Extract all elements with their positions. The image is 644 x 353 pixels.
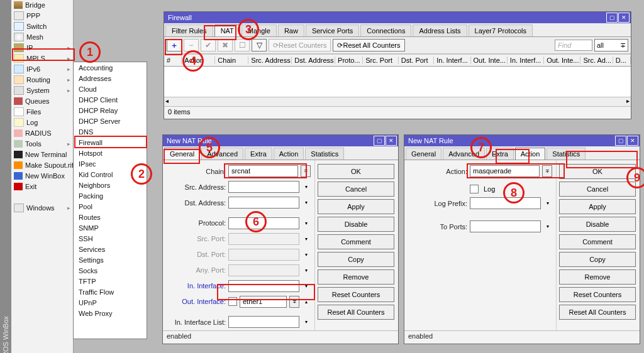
apply-button[interactable]: Apply bbox=[559, 199, 636, 214]
action-dropdown-toggle[interactable]: ∓ bbox=[542, 165, 552, 177]
menu-ppp[interactable]: PPP bbox=[11, 11, 73, 21]
dst-address-input[interactable] bbox=[228, 197, 299, 209]
tab-extra[interactable]: Extra bbox=[486, 148, 514, 160]
tab-mangle[interactable]: Mangle bbox=[242, 24, 277, 36]
submenu-pool[interactable]: Pool bbox=[74, 201, 147, 212]
submenu-ssh[interactable]: SSH bbox=[74, 233, 147, 244]
expand-icon[interactable]: ▾ bbox=[543, 198, 552, 209]
grid-hscroll[interactable]: ◂▸ bbox=[164, 97, 631, 106]
ok-button[interactable]: OK bbox=[318, 164, 394, 179]
col-in-interf2[interactable]: In. Interf... bbox=[508, 57, 544, 64]
out-interface-not-checkbox[interactable] bbox=[228, 297, 237, 306]
menu-tools[interactable]: Tools▸ bbox=[11, 139, 73, 149]
in-interface-input[interactable] bbox=[228, 280, 299, 292]
menu-new-terminal[interactable]: New Terminal bbox=[11, 149, 73, 160]
tab-extra[interactable]: Extra bbox=[245, 148, 272, 160]
submenu-traffic-flow[interactable]: Traffic Flow bbox=[74, 286, 147, 297]
window-close-button[interactable]: ✕ bbox=[627, 136, 638, 146]
tab-statistics[interactable]: Statistics bbox=[547, 148, 586, 160]
menu-exit[interactable]: Exit bbox=[11, 182, 73, 192]
disable-button[interactable]: Disable bbox=[318, 217, 394, 232]
tab-action[interactable]: Action bbox=[274, 148, 304, 160]
col-src-address[interactable]: Src. Address bbox=[248, 57, 292, 64]
comment-button[interactable]: ☐ bbox=[235, 39, 250, 52]
menu-mesh[interactable]: Mesh bbox=[11, 32, 73, 43]
submenu-neighbors[interactable]: Neighbors bbox=[74, 180, 147, 190]
out-interface-input[interactable]: ether1 bbox=[240, 296, 287, 308]
reset-counters-button[interactable]: Reset Counters bbox=[559, 287, 636, 302]
submenu-socks[interactable]: Socks bbox=[74, 265, 147, 276]
tab-advanced[interactable]: Advanced bbox=[443, 148, 485, 160]
menu-routing[interactable]: Routing▸ bbox=[11, 75, 73, 85]
col-src-port[interactable]: Src. Port bbox=[363, 57, 399, 64]
copy-button[interactable]: Copy bbox=[318, 252, 394, 267]
menu-system[interactable]: System▸ bbox=[11, 85, 73, 96]
window-minimize-button[interactable]: ▢ bbox=[615, 136, 626, 146]
col-src-ad[interactable]: Src. Ad... bbox=[580, 57, 613, 64]
col-chain[interactable]: Chain bbox=[215, 57, 248, 64]
expand-icon[interactable]: ▾ bbox=[302, 182, 311, 192]
expand-icon[interactable]: ▾ bbox=[302, 197, 311, 208]
col-protocol[interactable]: Proto... bbox=[335, 57, 363, 64]
menu-log[interactable]: Log bbox=[11, 117, 73, 128]
enable-button[interactable]: ✔ bbox=[201, 39, 216, 52]
submenu-accounting[interactable]: Accounting bbox=[74, 62, 147, 73]
tab-raw[interactable]: Raw bbox=[278, 24, 304, 36]
comment-button[interactable]: Comment bbox=[318, 234, 394, 249]
protocol-input[interactable] bbox=[228, 217, 299, 229]
tab-service-ports[interactable]: Service Ports bbox=[306, 24, 359, 36]
col-action[interactable]: Action bbox=[182, 57, 215, 64]
submenu-dhcp-server[interactable]: DHCP Server bbox=[74, 116, 147, 126]
submenu-services[interactable]: Services bbox=[74, 244, 147, 254]
menu-files[interactable]: Files bbox=[11, 107, 73, 117]
comment-button[interactable]: Comment bbox=[559, 234, 636, 249]
expand-icon[interactable]: ▾ bbox=[302, 281, 311, 291]
find-input[interactable]: Find bbox=[555, 40, 592, 51]
window-close-button[interactable]: ✕ bbox=[386, 136, 397, 146]
nat-rule-general-window[interactable]: New NAT Rule ▢ ✕ General Advanced Extra … bbox=[162, 134, 399, 344]
submenu-cloud[interactable]: Cloud bbox=[74, 84, 147, 94]
submenu-routes[interactable]: Routes bbox=[74, 212, 147, 222]
submenu-ipsec[interactable]: IPsec bbox=[74, 158, 147, 169]
tab-nat[interactable]: NAT bbox=[214, 24, 240, 36]
reset-all-counters-button[interactable]: ⟳ Reset All Counters bbox=[333, 39, 404, 52]
firewall-window[interactable]: Firewall ▢ ✕ Filter Rules NAT Mangle Raw… bbox=[164, 11, 631, 119]
submenu-dhcp-client[interactable]: DHCP Client bbox=[74, 94, 147, 105]
cancel-button[interactable]: Cancel bbox=[318, 182, 394, 197]
col-num[interactable]: # bbox=[164, 57, 182, 64]
submenu-kid-control[interactable]: Kid Control bbox=[74, 169, 147, 180]
menu-radius[interactable]: RADIUS bbox=[11, 128, 73, 139]
to-ports-input[interactable] bbox=[470, 220, 541, 232]
menu-new-winbox[interactable]: New WinBox bbox=[11, 171, 73, 182]
submenu-addresses[interactable]: Addresses bbox=[74, 73, 147, 84]
submenu-dhcp-relay[interactable]: DHCP Relay bbox=[74, 105, 147, 116]
menu-ipv6[interactable]: IPv6▸ bbox=[11, 64, 73, 75]
expand-icon[interactable]: ▾ bbox=[302, 218, 311, 229]
filter-dropdown[interactable]: all∓ bbox=[594, 39, 628, 52]
tab-advanced[interactable]: Advanced bbox=[201, 148, 243, 160]
disable-button[interactable]: ✖ bbox=[218, 39, 233, 52]
col-d[interactable]: D... bbox=[613, 57, 631, 64]
menu-windows[interactable]: Windows▸ bbox=[11, 203, 73, 214]
in-interface-list-input[interactable] bbox=[228, 316, 299, 328]
expand-icon[interactable]: ▾ bbox=[543, 221, 552, 232]
expand-icon[interactable]: ▾ bbox=[302, 317, 311, 327]
tab-layer7[interactable]: Layer7 Protocols bbox=[469, 24, 533, 36]
cancel-button[interactable]: Cancel bbox=[559, 182, 636, 197]
tab-general[interactable]: General bbox=[406, 148, 441, 160]
submenu-hotspot[interactable]: Hotspot bbox=[74, 148, 147, 158]
chain-input[interactable]: srcnat bbox=[228, 165, 298, 177]
col-out-inte[interactable]: Out. Inte... bbox=[471, 57, 508, 64]
tab-general[interactable]: General bbox=[164, 148, 200, 160]
tab-connections[interactable]: Connections bbox=[360, 24, 411, 36]
col-dst-address[interactable]: Dst. Address bbox=[292, 57, 335, 64]
disable-button[interactable]: Disable bbox=[559, 217, 636, 232]
submenu-settings[interactable]: Settings bbox=[74, 254, 147, 265]
col-in-interf[interactable]: In. Interf... bbox=[434, 57, 470, 64]
log-checkbox[interactable] bbox=[470, 185, 479, 193]
apply-button[interactable]: Apply bbox=[318, 199, 394, 214]
src-address-input[interactable] bbox=[228, 181, 299, 193]
tab-address-lists[interactable]: Address Lists bbox=[413, 24, 467, 36]
collapse-icon[interactable]: ▴ bbox=[302, 296, 311, 307]
menu-supout[interactable]: Make Supout.rif bbox=[11, 160, 73, 171]
